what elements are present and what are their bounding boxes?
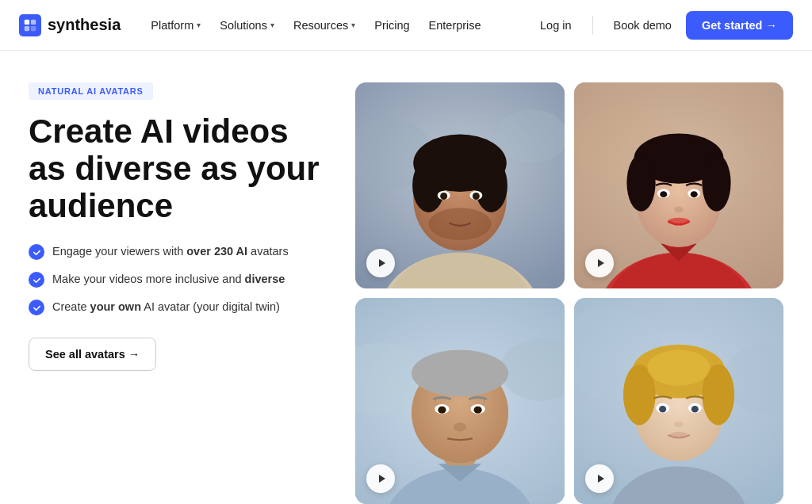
nav-item-platform[interactable]: Platform ▾ — [143, 14, 209, 36]
check-icon-1 — [29, 244, 44, 260]
video-card-2[interactable] — [574, 82, 783, 288]
see-all-avatars-button[interactable]: See all avatars → — [29, 338, 156, 371]
svg-point-60 — [659, 406, 666, 413]
svg-rect-2 — [25, 25, 29, 30]
svg-point-46 — [474, 407, 482, 414]
nav-item-solutions[interactable]: Solutions ▾ — [212, 14, 282, 36]
logo[interactable]: synthesia — [19, 14, 121, 36]
svg-point-64 — [670, 432, 688, 438]
features-list: Engage your viewers with over 230 AI ava… — [29, 243, 330, 315]
video-card-1[interactable] — [355, 82, 565, 288]
svg-point-12 — [412, 158, 445, 212]
chevron-down-icon: ▾ — [270, 21, 274, 29]
nav-item-resources[interactable]: Resources ▾ — [285, 14, 363, 36]
play-button-3[interactable] — [366, 464, 395, 493]
check-icon-3 — [29, 300, 44, 315]
svg-point-42 — [412, 350, 508, 397]
svg-point-13 — [475, 158, 508, 212]
svg-point-44 — [438, 407, 446, 414]
play-button-1[interactable] — [366, 249, 395, 277]
feature-text-3: Create your own AI avatar (your digital … — [52, 299, 280, 315]
video-grid — [355, 82, 783, 504]
nav-item-pricing[interactable]: Pricing — [366, 14, 417, 36]
svg-rect-3 — [31, 25, 36, 30]
hero-badge: NATURAL AI AVATARS — [29, 82, 153, 100]
svg-point-34 — [674, 207, 683, 213]
feature-item-1: Engage your viewers with over 230 AI ava… — [29, 243, 330, 260]
video-card-4[interactable] — [574, 298, 783, 504]
logo-text: synthesia — [48, 16, 121, 34]
svg-point-18 — [473, 193, 480, 200]
nav-links: Platform ▾ Solutions ▾ Resources ▾ Prici… — [143, 14, 529, 36]
svg-point-31 — [660, 191, 667, 197]
navbar: synthesia Platform ▾ Solutions ▾ Resourc… — [0, 0, 812, 51]
play-button-4[interactable] — [585, 464, 614, 493]
feature-item-3: Create your own AI avatar (your digital … — [29, 299, 330, 315]
feature-text-2: Make your videos more inclusive and dive… — [52, 271, 285, 287]
get-started-button[interactable]: Get started → — [686, 11, 793, 40]
chevron-down-icon: ▾ — [351, 21, 355, 29]
main-content: NATURAL AI AVATARS Create AI videos as d… — [0, 51, 812, 504]
left-panel: NATURAL AI AVATARS Create AI videos as d… — [29, 82, 330, 504]
svg-point-33 — [691, 191, 698, 197]
svg-point-6 — [496, 109, 565, 163]
check-icon-2 — [29, 272, 44, 288]
svg-point-29 — [668, 218, 689, 225]
svg-point-19 — [454, 208, 465, 216]
svg-rect-1 — [31, 19, 36, 24]
svg-rect-0 — [25, 19, 29, 24]
book-demo-button[interactable]: Book demo — [603, 13, 683, 38]
svg-point-63 — [674, 421, 683, 427]
feature-item-2: Make your videos more inclusive and dive… — [29, 271, 330, 288]
nav-item-enterprise[interactable]: Enterprise — [421, 14, 489, 36]
feature-text-1: Engage your viewers with over 230 AI ava… — [52, 243, 289, 259]
nav-right: Log in Book demo Get started → — [529, 11, 793, 40]
video-card-3[interactable] — [355, 298, 565, 504]
nav-divider — [592, 16, 593, 35]
play-button-2[interactable] — [585, 249, 614, 277]
login-button[interactable]: Log in — [529, 13, 583, 38]
logo-icon — [19, 14, 41, 36]
svg-point-47 — [454, 422, 466, 431]
svg-point-16 — [440, 193, 447, 200]
svg-point-62 — [691, 406, 699, 413]
chevron-down-icon: ▾ — [197, 21, 201, 29]
hero-headline: Create AI videos as diverse as your audi… — [29, 113, 330, 224]
svg-point-58 — [647, 350, 710, 386]
svg-point-27 — [626, 154, 655, 211]
svg-point-28 — [702, 154, 730, 211]
